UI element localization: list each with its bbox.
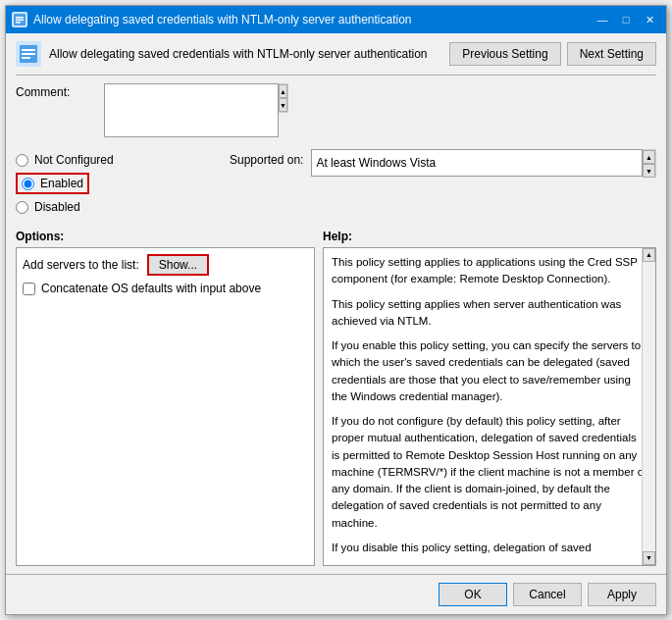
concatenate-label: Concatenate OS defaults with input above — [41, 282, 261, 295]
window-title: Allow delegating saved credentials with … — [33, 13, 592, 26]
radio-not-configured-label: Not Configured — [34, 153, 114, 167]
svg-rect-5 — [22, 49, 35, 51]
left-config: Comment: ▲ ▼ — [16, 83, 222, 143]
comment-textarea[interactable] — [104, 83, 279, 137]
comment-row: Comment: ▲ ▼ — [16, 83, 222, 137]
radio-enabled[interactable]: Enabled — [16, 173, 89, 194]
svg-rect-7 — [22, 57, 30, 59]
comment-wrapper — [104, 83, 279, 137]
help-panel: This policy setting applies to applicati… — [323, 247, 656, 566]
footer: OK Cancel Apply — [6, 574, 666, 614]
title-bar: Allow delegating saved credentials with … — [6, 6, 666, 33]
help-text-inner: This policy setting applies to applicati… — [332, 254, 647, 559]
radio-enabled-label: Enabled — [40, 177, 83, 190]
content-area: Allow delegating saved credentials with … — [6, 33, 666, 574]
svg-rect-2 — [16, 20, 24, 22]
radio-enabled-input[interactable] — [22, 178, 34, 190]
supported-label: Supported on: — [230, 149, 303, 167]
right-config-top — [230, 83, 656, 143]
help-scrollbar: ▲ ▼ — [642, 248, 655, 565]
help-p5: If you disable this policy setting, dele… — [332, 540, 647, 559]
ok-button[interactable]: OK — [439, 583, 507, 606]
help-p1: This policy setting applies to applicati… — [332, 254, 647, 288]
radio-group: Not Configured Enabled Disabled — [16, 153, 222, 214]
supported-scroll-up[interactable]: ▲ — [643, 150, 655, 164]
window-controls: — □ ✕ — [592, 11, 660, 28]
radio-disabled[interactable]: Disabled — [16, 200, 222, 214]
cancel-button[interactable]: Cancel — [513, 583, 582, 606]
supported-scroll-down[interactable]: ▼ — [643, 164, 655, 178]
help-p2: This policy setting applies when server … — [332, 296, 647, 331]
minimize-button[interactable]: — — [592, 11, 613, 28]
supported-section: Not Configured Enabled Disabled Supporte… — [16, 149, 656, 224]
header-left: Allow delegating saved credentials with … — [16, 41, 449, 67]
next-setting-button[interactable]: Next Setting — [567, 42, 656, 66]
help-box: This policy setting applies to applicati… — [323, 247, 656, 566]
apply-button[interactable]: Apply — [588, 583, 656, 606]
help-p3: If you enable this policy setting, you c… — [332, 337, 647, 405]
add-servers-label: Add servers to the list: — [23, 258, 139, 272]
header-buttons: Previous Setting Next Setting — [449, 42, 656, 66]
radio-not-configured[interactable]: Not Configured — [16, 153, 222, 167]
help-scroll-up[interactable]: ▲ — [643, 248, 655, 262]
radio-disabled-input[interactable] — [16, 201, 28, 214]
header-icon — [16, 41, 41, 67]
radio-disabled-label: Disabled — [34, 200, 80, 214]
comment-label: Comment: — [16, 83, 104, 99]
options-panel: Add servers to the list: Show... Concate… — [16, 247, 315, 566]
options-section-title: Options: — [16, 230, 315, 243]
previous-setting-button[interactable]: Previous Setting — [449, 42, 560, 66]
options-box: Add servers to the list: Show... Concate… — [16, 247, 315, 566]
concatenate-row: Concatenate OS defaults with input above — [23, 282, 308, 295]
svg-rect-6 — [22, 53, 35, 55]
radio-not-configured-input[interactable] — [16, 154, 28, 167]
close-button[interactable]: ✕ — [639, 11, 660, 28]
main-window: Allow delegating saved credentials with … — [5, 5, 667, 615]
top-fields: Comment: ▲ ▼ — [16, 83, 656, 143]
svg-rect-3 — [16, 22, 21, 24]
concatenate-checkbox[interactable] — [23, 283, 35, 295]
help-p4: If you do not configure (by default) thi… — [332, 413, 647, 532]
header-section: Allow delegating saved credentials with … — [16, 41, 656, 76]
supported-scrollbar: ▲ ▼ — [643, 149, 656, 177]
supported-input[interactable] — [311, 149, 643, 177]
window-icon — [12, 12, 27, 27]
show-button[interactable]: Show... — [147, 254, 209, 276]
section-titles: Options: Help: — [16, 230, 656, 243]
supported-row: Supported on: ▲ ▼ — [230, 149, 656, 177]
supported-wrapper: ▲ ▼ — [311, 149, 656, 177]
help-section-title: Help: — [323, 230, 656, 243]
help-scroll-down[interactable]: ▼ — [643, 551, 655, 565]
header-title: Allow delegating saved credentials with … — [49, 47, 449, 61]
maximize-button[interactable]: □ — [615, 11, 637, 28]
add-servers-row: Add servers to the list: Show... — [23, 254, 308, 276]
svg-rect-1 — [16, 17, 24, 19]
two-panel: Add servers to the list: Show... Concate… — [16, 247, 656, 566]
